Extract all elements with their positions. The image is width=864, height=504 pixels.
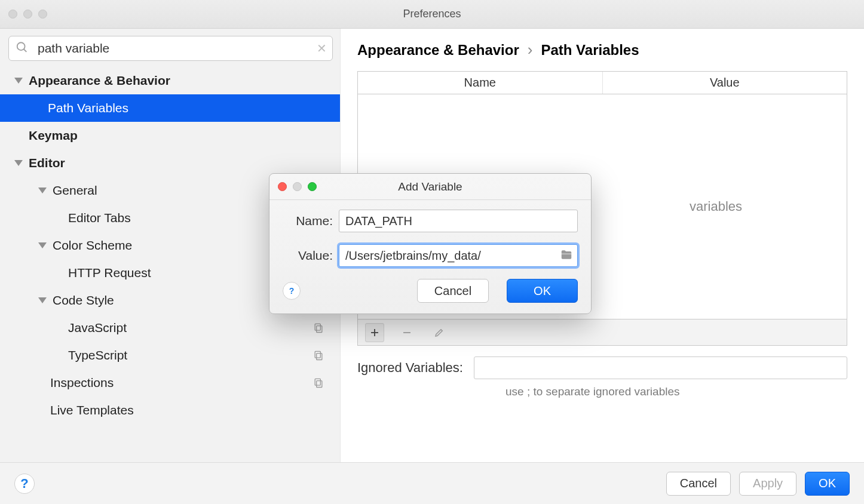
- modal-ok-button[interactable]: OK: [507, 279, 578, 303]
- search-input[interactable]: [8, 36, 333, 61]
- tree-label: Color Scheme: [53, 238, 132, 253]
- tree-label: Editor Tabs: [68, 211, 131, 225]
- chevron-down-icon: [38, 297, 47, 303]
- modal-title: Add Variable: [269, 180, 591, 193]
- tree-inspections[interactable]: Inspections: [8, 369, 333, 397]
- modal-help-button[interactable]: ?: [283, 282, 301, 300]
- tree-keymap[interactable]: Keymap: [8, 122, 333, 149]
- window-titlebar: Preferences: [0, 0, 864, 29]
- chevron-down-icon: [14, 78, 23, 84]
- tree-label: Code Style: [53, 293, 114, 308]
- modal-cancel-button[interactable]: Cancel: [417, 279, 489, 303]
- value-field-label: Value:: [283, 248, 339, 263]
- tree-label: Inspections: [50, 376, 114, 390]
- svg-rect-5: [315, 351, 320, 358]
- tree-label: TypeScript: [68, 348, 127, 362]
- svg-point-0: [17, 42, 25, 50]
- breadcrumb-leaf: Path Variables: [541, 42, 639, 59]
- window-title: Preferences: [0, 8, 864, 20]
- value-field[interactable]: [339, 244, 578, 267]
- tree-label: Editor: [29, 156, 65, 170]
- name-field-label: Name:: [283, 214, 339, 228]
- ok-button[interactable]: OK: [805, 472, 850, 496]
- name-field[interactable]: [339, 210, 578, 232]
- tree-live-templates[interactable]: Live Templates: [8, 397, 333, 424]
- svg-rect-6: [317, 381, 322, 388]
- help-button[interactable]: ?: [14, 474, 35, 494]
- svg-rect-3: [315, 324, 320, 330]
- cancel-button[interactable]: Cancel: [666, 472, 731, 496]
- ignored-variables-input[interactable]: [474, 357, 847, 379]
- tree-label: Live Templates: [50, 403, 134, 417]
- breadcrumb-root[interactable]: Appearance & Behavior: [357, 42, 519, 59]
- tree-typescript[interactable]: TypeScript: [8, 342, 333, 369]
- svg-rect-7: [315, 379, 320, 385]
- tree-appearance-behavior[interactable]: Appearance & Behavior: [8, 67, 333, 94]
- breadcrumb-separator-icon: ›: [528, 41, 533, 59]
- table-header-value[interactable]: Value: [603, 72, 847, 94]
- tree-label: JavaScript: [68, 321, 127, 335]
- ignored-variables-hint: use ; to separate ignored variables: [505, 385, 847, 398]
- copy-scheme-icon[interactable]: [312, 377, 324, 389]
- remove-variable-button[interactable]: [397, 323, 416, 342]
- folder-icon[interactable]: [560, 248, 573, 263]
- tree-path-variables[interactable]: Path Variables: [0, 94, 340, 122]
- edit-variable-button[interactable]: [430, 323, 449, 342]
- copy-scheme-icon[interactable]: [312, 349, 324, 361]
- tree-label: Keymap: [29, 128, 78, 143]
- table-toolbar: [358, 319, 847, 345]
- chevron-down-icon: [38, 242, 47, 248]
- svg-rect-2: [317, 326, 322, 333]
- dialog-footer: ? Cancel Apply OK: [0, 462, 864, 504]
- chevron-down-icon: [38, 188, 47, 193]
- tree-label: Appearance & Behavior: [29, 73, 170, 88]
- add-variable-button[interactable]: [365, 323, 384, 342]
- svg-rect-4: [317, 354, 322, 360]
- svg-line-1: [24, 49, 27, 52]
- tree-label: Path Variables: [14, 101, 128, 115]
- search-icon: [16, 41, 29, 56]
- apply-button[interactable]: Apply: [739, 472, 796, 496]
- tree-label: General: [53, 183, 97, 198]
- tree-javascript[interactable]: JavaScript: [8, 314, 333, 342]
- add-variable-dialog: Add Variable Name: Value: ? Cancel OK: [269, 173, 592, 314]
- clear-search-icon[interactable]: ✕: [317, 41, 327, 56]
- tree-label: HTTP Request: [68, 266, 151, 280]
- chevron-down-icon: [14, 160, 23, 166]
- copy-scheme-icon[interactable]: [312, 322, 324, 334]
- table-header-name[interactable]: Name: [358, 72, 603, 94]
- ignored-variables-label: Ignored Variables:: [357, 360, 463, 376]
- breadcrumb: Appearance & Behavior › Path Variables: [357, 41, 847, 59]
